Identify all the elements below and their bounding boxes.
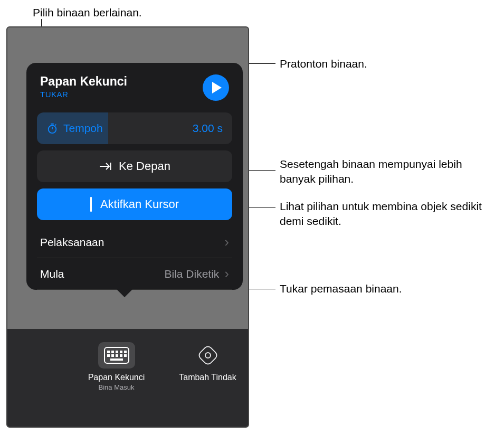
execution-row[interactable]: Pelaksanaan › bbox=[37, 227, 232, 258]
screenshot-frame: Papan Kekunci Bina Masuk Tambah Tindak P… bbox=[6, 26, 249, 428]
svg-line-17 bbox=[55, 125, 56, 126]
callout-cursor: Lihat pilihan untuk membina objek sediki… bbox=[280, 199, 491, 229]
popover-header: Papan Kekunci TUKAR bbox=[37, 74, 232, 101]
duration-value: 3.00 s bbox=[193, 122, 223, 135]
svg-rect-8 bbox=[116, 354, 118, 357]
change-button[interactable]: TUKAR bbox=[40, 90, 127, 99]
svg-rect-1 bbox=[107, 351, 110, 353]
chevron-right-icon: › bbox=[224, 266, 229, 282]
duration-row[interactable]: Tempoh 3.00 s bbox=[37, 112, 232, 144]
duration-label: Tempoh bbox=[63, 122, 103, 135]
execution-label: Pelaksanaan bbox=[40, 236, 104, 249]
svg-point-14 bbox=[49, 126, 56, 134]
svg-rect-12 bbox=[197, 345, 218, 366]
svg-rect-5 bbox=[124, 351, 127, 353]
timer-icon bbox=[46, 122, 58, 134]
arrow-right-icon bbox=[99, 162, 111, 171]
svg-rect-4 bbox=[120, 351, 122, 353]
build-popover: Papan Kekunci TUKAR Tempoh 3.00 s bbox=[26, 63, 243, 290]
bottom-item-title: Tambah Tindak bbox=[167, 373, 248, 382]
callout-play: Pratonton binaan. bbox=[280, 56, 367, 71]
popover-title: Papan Kekunci bbox=[40, 74, 127, 89]
action-icon bbox=[189, 342, 226, 369]
svg-rect-10 bbox=[124, 354, 127, 357]
play-button[interactable] bbox=[203, 74, 229, 101]
bottom-item-subtitle: Bina Masuk bbox=[76, 383, 157, 391]
bottom-bar: Papan Kekunci Bina Masuk Tambah Tindak bbox=[7, 329, 248, 427]
callout-change: Pilih binaan berlainan. bbox=[33, 5, 142, 20]
activate-cursor-row[interactable]: Aktifkan Kursor bbox=[37, 188, 232, 220]
svg-rect-3 bbox=[116, 351, 118, 353]
cursor-icon bbox=[90, 197, 92, 212]
start-value: Bila Diketik bbox=[164, 268, 219, 280]
chevron-right-icon: › bbox=[224, 234, 229, 250]
svg-point-13 bbox=[205, 353, 211, 358]
start-row[interactable]: Mula Bila Diketik › bbox=[37, 258, 232, 290]
bottom-item-title: Papan Kekunci bbox=[76, 373, 157, 382]
callout-forward: Sesetengah binaan mempunyai lebih banyak… bbox=[280, 157, 491, 187]
popover-arrow bbox=[116, 289, 133, 297]
svg-rect-11 bbox=[110, 358, 123, 361]
forward-label: Ke Depan bbox=[119, 159, 170, 173]
svg-rect-9 bbox=[120, 354, 122, 357]
bottom-item-add-action[interactable]: Tambah Tindak bbox=[167, 342, 248, 427]
bottom-item-keyboard[interactable]: Papan Kekunci Bina Masuk bbox=[76, 342, 157, 427]
callout-start: Tukar pemasaan binaan. bbox=[280, 281, 402, 296]
forward-row[interactable]: Ke Depan bbox=[37, 150, 232, 182]
svg-rect-2 bbox=[111, 351, 114, 353]
start-label: Mula bbox=[40, 268, 64, 280]
svg-rect-6 bbox=[107, 354, 110, 357]
svg-rect-7 bbox=[111, 354, 114, 357]
keyboard-icon bbox=[98, 342, 135, 369]
cursor-label: Aktifkan Kursor bbox=[100, 197, 179, 211]
play-icon bbox=[212, 82, 222, 93]
